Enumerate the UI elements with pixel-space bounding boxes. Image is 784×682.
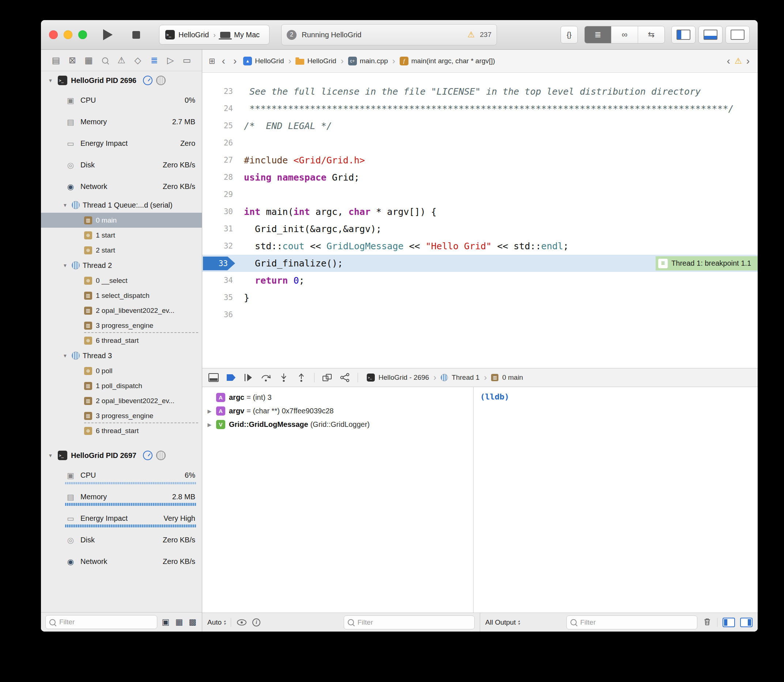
jumpbar-crumb[interactable]: HelloGrid bbox=[295, 57, 336, 65]
gutter[interactable]: 34 bbox=[202, 272, 237, 289]
line-number[interactable]: 27 bbox=[202, 152, 237, 169]
thread-row[interactable]: ▼Thread 3 bbox=[41, 348, 202, 363]
gutter[interactable]: 33 bbox=[202, 255, 237, 272]
line-number[interactable]: 35 bbox=[202, 289, 237, 306]
stack-frame-row[interactable]: ⊛0 poll bbox=[41, 363, 202, 378]
stack-frame-row[interactable]: ⊛6 thread_start bbox=[41, 333, 202, 348]
metric-row-memory[interactable]: ▤Memory2.7 MB bbox=[41, 111, 202, 133]
line-number[interactable]: 24 bbox=[202, 100, 237, 117]
gutter[interactable]: 25 bbox=[202, 117, 237, 134]
line-number[interactable]: 34 bbox=[202, 272, 237, 289]
run-button[interactable] bbox=[103, 29, 113, 40]
close-button[interactable] bbox=[49, 30, 58, 39]
memory-graph-button[interactable] bbox=[339, 372, 351, 383]
jumpbar-crumb[interactable]: c+main.cpp bbox=[348, 57, 388, 65]
jumpbar-crumb[interactable]: fmain(int argc, char * argv[]) bbox=[400, 57, 495, 65]
metric-row-memory[interactable]: ▤Memory2.8 MB bbox=[41, 486, 202, 508]
thread-row[interactable]: ▼Thread 2 bbox=[41, 258, 202, 273]
disclosure-icon[interactable]: ▼ bbox=[61, 263, 69, 268]
metric-row-network[interactable]: ◉NetworkZero KB/s bbox=[41, 551, 202, 572]
metric-row-cpu[interactable]: ▣CPU6% bbox=[41, 465, 202, 486]
process-row[interactable]: ▼>_HelloGrid PID 2696 bbox=[41, 71, 202, 89]
debug-crumb-thread[interactable]: Thread 1 bbox=[452, 373, 479, 382]
view-mode-icon[interactable]: ▦ bbox=[174, 617, 184, 627]
breakpoints-toggle-button[interactable] bbox=[225, 372, 237, 383]
next-issue-button[interactable]: › bbox=[745, 56, 751, 66]
line-number[interactable]: 29 bbox=[202, 186, 237, 203]
navigator-tab-debug[interactable]: ≣ bbox=[149, 55, 160, 65]
process-row[interactable]: ▼>_HelloGrid PID 2697 bbox=[41, 446, 202, 465]
metric-row-energy[interactable]: ▭Energy ImpactZero bbox=[41, 133, 202, 154]
variable-scope-selector[interactable]: Auto ▴▾ bbox=[208, 618, 226, 626]
disclosure-icon[interactable]: ▼ bbox=[47, 453, 54, 458]
navigator-tab-tests[interactable]: ◇ bbox=[133, 55, 143, 65]
console-filter-field[interactable] bbox=[567, 615, 697, 629]
metric-row-network[interactable]: ◉NetworkZero KB/s bbox=[41, 176, 202, 198]
navigator-tab-source-control[interactable]: ⊠ bbox=[67, 55, 78, 65]
metric-row-disk[interactable]: ◎DiskZero KB/s bbox=[41, 529, 202, 551]
clear-console-button[interactable] bbox=[703, 617, 712, 628]
stack-frame-row[interactable]: ▥3 progress_engine bbox=[41, 408, 202, 423]
disclosure-icon[interactable]: ▼ bbox=[61, 353, 69, 359]
line-number[interactable]: 30 bbox=[202, 203, 237, 220]
stack-frame-row[interactable]: ⊛6 thread_start bbox=[41, 423, 202, 438]
metric-row-energy[interactable]: ▭Energy ImpactVery High bbox=[41, 508, 202, 529]
stack-frame-row[interactable]: ▥1 select_dispatch bbox=[41, 288, 202, 303]
stack-frame-row[interactable]: ⊛0 __select bbox=[41, 273, 202, 288]
gutter[interactable]: 31 bbox=[202, 220, 237, 237]
navigator-tab-project[interactable]: ▤ bbox=[51, 55, 61, 65]
navigator-tab-reports[interactable]: ▭ bbox=[181, 55, 192, 65]
stack-frame-row[interactable]: ⊛1 start bbox=[41, 228, 202, 243]
previous-issue-button[interactable]: ‹ bbox=[725, 56, 732, 66]
stack-frame-row[interactable]: ▥3 progress_engine bbox=[41, 318, 202, 333]
navigator-tab-issues[interactable]: ⚠ bbox=[116, 55, 127, 65]
stop-button[interactable] bbox=[133, 31, 140, 39]
line-number[interactable]: 23 bbox=[202, 83, 237, 100]
gutter[interactable]: 26 bbox=[202, 134, 237, 152]
navigator-filter-field[interactable] bbox=[45, 615, 157, 629]
breakpoint-indicator[interactable]: 33 bbox=[203, 257, 235, 271]
flatten-view-icon[interactable]: ▣ bbox=[161, 617, 171, 627]
scheme-selector[interactable]: >_ HelloGrid › My Mac bbox=[159, 25, 270, 45]
minimize-button[interactable] bbox=[64, 30, 72, 39]
metric-row-disk[interactable]: ◎DiskZero KB/s bbox=[41, 154, 202, 176]
forward-button[interactable]: › bbox=[232, 56, 238, 66]
navigator-tab-breakpoints[interactable]: ▷ bbox=[165, 55, 176, 65]
related-items-icon[interactable]: ⊞ bbox=[209, 57, 216, 65]
code-snippets-button[interactable]: {} bbox=[560, 26, 578, 43]
navigator-toggle-button[interactable] bbox=[671, 26, 696, 43]
gutter[interactable]: 32 bbox=[202, 237, 237, 255]
inspector-toggle-button[interactable] bbox=[725, 26, 750, 43]
breakpoint-annotation[interactable]: ≡Thread 1: breakpoint 1.1 bbox=[656, 256, 758, 271]
variable-row[interactable]: Aargc = (int) 3 bbox=[202, 391, 473, 404]
debug-crumb-frame[interactable]: 0 main bbox=[502, 373, 523, 382]
console-output-selector[interactable]: All Output ▴▾ bbox=[485, 618, 520, 626]
navigator-tab-search[interactable] bbox=[99, 57, 110, 64]
stack-frame-row[interactable]: ⊛2 start bbox=[41, 243, 202, 258]
line-number[interactable]: 25 bbox=[202, 117, 237, 134]
line-number[interactable]: 26 bbox=[202, 134, 237, 152]
quicklook-icon[interactable] bbox=[236, 619, 247, 626]
debug-area-toggle-button[interactable] bbox=[698, 26, 723, 43]
variable-row[interactable]: ▶VGrid::GridLogMessage (Grid::GridLogger… bbox=[202, 418, 473, 431]
activity-viewer[interactable]: 2 Running HelloGrid ⚠ 237 bbox=[281, 24, 497, 45]
assistant-editor-button[interactable]: ∞ bbox=[612, 26, 638, 43]
stack-frame-row[interactable]: ▥1 poll_dispatch bbox=[41, 378, 202, 393]
disclosure-icon[interactable]: ▶ bbox=[205, 422, 214, 428]
step-over-button[interactable] bbox=[260, 372, 272, 383]
gutter[interactable]: 30 bbox=[202, 203, 237, 220]
console-filter-input[interactable] bbox=[580, 618, 693, 627]
variables-view-toggle[interactable] bbox=[723, 618, 735, 627]
view-hierarchy-button[interactable] bbox=[321, 372, 334, 383]
gutter[interactable]: 27 bbox=[202, 152, 237, 169]
variables-filter-field[interactable] bbox=[344, 615, 475, 629]
hide-debug-area-button[interactable] bbox=[208, 372, 220, 383]
navigator-filter-input[interactable] bbox=[59, 618, 153, 626]
line-number[interactable]: 32 bbox=[202, 237, 237, 255]
step-into-button[interactable] bbox=[278, 372, 290, 383]
back-button[interactable]: ‹ bbox=[220, 56, 227, 66]
gutter[interactable]: 28 bbox=[202, 169, 237, 186]
disclosure-icon[interactable]: ▼ bbox=[61, 202, 69, 208]
warning-count[interactable]: 237 bbox=[480, 31, 492, 39]
console-view-toggle[interactable] bbox=[740, 618, 752, 627]
